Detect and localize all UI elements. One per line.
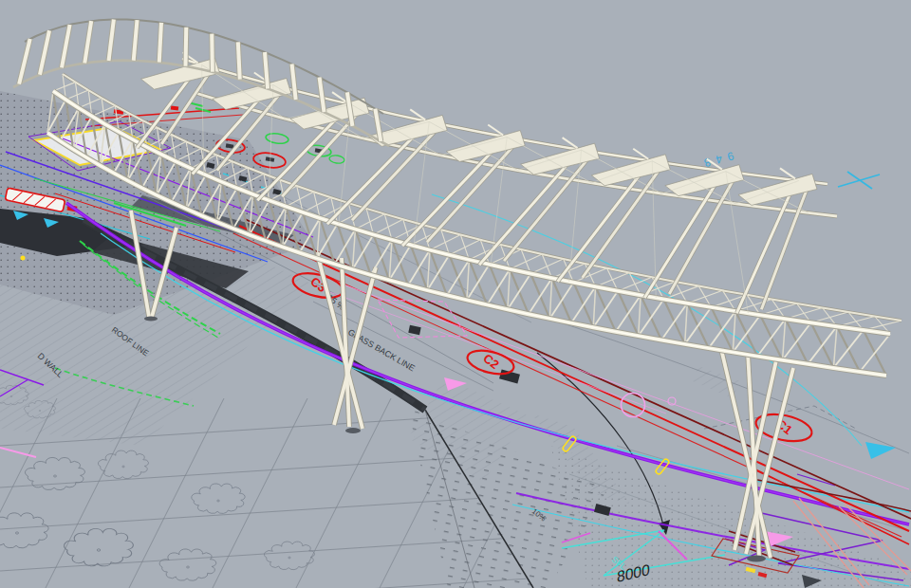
- cad-3d-viewport[interactable]: C3 C2 C1 ROOF LINE D WALL GLASS BACK LIN…: [0, 0, 911, 588]
- model-scene[interactable]: C3 C2 C1 ROOF LINE D WALL GLASS BACK LIN…: [0, 0, 911, 588]
